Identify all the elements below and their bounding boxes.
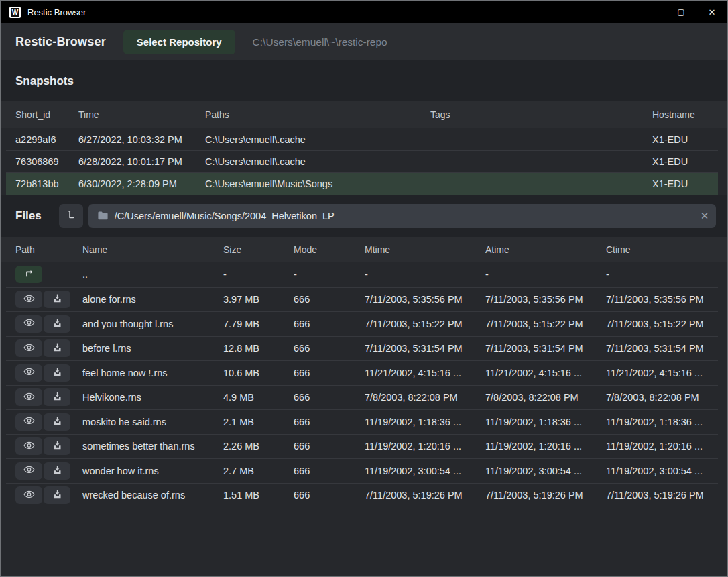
col-tags: Tags	[430, 109, 652, 120]
col-mode: Mode	[294, 244, 365, 255]
download-icon	[52, 391, 62, 403]
snapshot-time: 6/27/2022, 10:03:32 PM	[78, 134, 205, 145]
download-file-button[interactable]	[44, 437, 70, 455]
file-mtime: 11/19/2002, 3:00:54 ...	[365, 466, 485, 476]
col-name: Name	[82, 244, 223, 255]
file-atime: 7/11/2003, 5:35:56 PM	[485, 294, 606, 305]
eye-icon	[23, 367, 35, 378]
go-up-button[interactable]	[15, 266, 42, 283]
repository-path: C:\Users\emuell\~\restic-repo	[253, 36, 387, 48]
close-button[interactable]: ✕	[696, 1, 727, 23]
file-size: 2.1 MB	[223, 417, 294, 427]
eye-icon	[23, 392, 35, 403]
snapshot-time: 6/28/2022, 10:01:17 PM	[78, 156, 205, 167]
up-arrow-icon	[23, 268, 35, 280]
snapshot-row[interactable]: 72b813bb 6/30/2022, 2:28:09 PM C:\Users\…	[6, 172, 718, 195]
col-path: Path	[15, 244, 82, 255]
download-icon	[52, 342, 62, 354]
file-mtime: 11/19/2002, 1:20:16 ...	[365, 441, 485, 452]
file-row[interactable]: feel home now !.rns 10.6 MB 666 11/21/20…	[6, 360, 718, 385]
parent-dir-row[interactable]: .. - - - - -	[6, 262, 718, 287]
file-ctime: 11/19/2002, 1:18:36 ...	[606, 417, 718, 427]
file-mode: 666	[294, 490, 365, 501]
file-mtime: 7/11/2003, 5:31:54 PM	[365, 343, 485, 354]
file-ctime: 7/11/2003, 5:31:54 PM	[606, 343, 718, 354]
download-file-button[interactable]	[44, 388, 70, 406]
file-row[interactable]: moskito he said.rns 2.1 MB 666 11/19/200…	[6, 409, 718, 434]
file-row[interactable]: alone for.rns 3.97 MB 666 7/11/2003, 5:3…	[6, 287, 718, 312]
col-hostname: Hostname	[652, 109, 718, 120]
file-size: 2.26 MB	[223, 441, 294, 452]
file-mtime: 7/11/2003, 5:15:22 PM	[365, 319, 485, 329]
snapshot-short-id: 76306869	[15, 156, 78, 167]
download-file-button[interactable]	[44, 486, 70, 504]
download-icon	[52, 416, 62, 428]
file-row[interactable]: and you thought l.rns 7.79 MB 666 7/11/2…	[6, 311, 718, 336]
preview-file-button[interactable]	[15, 462, 42, 480]
file-mode: 666	[294, 392, 365, 403]
file-size: 10.6 MB	[223, 368, 294, 378]
snapshot-hostname: X1-EDU	[652, 178, 718, 189]
file-name: wrecked because of.rns	[82, 490, 223, 501]
file-mtime: -	[365, 269, 485, 280]
clear-path-button[interactable]: ✕	[693, 204, 716, 228]
col-time: Time	[78, 109, 205, 120]
eye-icon	[23, 490, 35, 501]
preview-file-button[interactable]	[15, 339, 42, 357]
preview-file-button[interactable]	[15, 413, 42, 431]
col-short-id: Short_id	[15, 109, 78, 120]
file-name: and you thought l.rns	[82, 319, 223, 329]
file-ctime: 7/11/2003, 5:15:22 PM	[606, 319, 718, 329]
select-repository-button[interactable]: Select Repository	[123, 30, 235, 54]
file-atime: 11/19/2002, 3:00:54 ...	[485, 466, 606, 476]
file-row[interactable]: wrecked because of.rns 1.51 MB 666 7/11/…	[6, 483, 718, 508]
file-mode: 666	[294, 343, 365, 354]
download-file-button[interactable]	[44, 339, 70, 357]
file-ctime: 7/11/2003, 5:19:26 PM	[606, 490, 718, 501]
download-file-button[interactable]	[44, 315, 70, 333]
col-mtime: Mtime	[365, 244, 485, 255]
snapshot-row[interactable]: a2299af6 6/27/2022, 10:03:32 PM C:\Users…	[6, 128, 718, 150]
download-file-button[interactable]	[44, 462, 70, 480]
app-title: Restic-Browser	[15, 35, 106, 49]
eye-icon	[23, 343, 35, 354]
eye-icon	[23, 441, 35, 452]
file-row[interactable]: before l.rns 12.8 MB 666 7/11/2003, 5:31…	[6, 336, 718, 361]
file-mode: 666	[294, 319, 365, 329]
download-file-button[interactable]	[44, 413, 70, 431]
file-name: sometimes better than.rns	[82, 441, 223, 452]
snapshot-short-id: a2299af6	[15, 134, 78, 145]
snapshot-hostname: X1-EDU	[652, 156, 718, 167]
file-row[interactable]: Helvikone.rns 4.9 MB 666 7/8/2003, 8:22:…	[6, 385, 718, 410]
preview-file-button[interactable]	[15, 315, 42, 333]
file-mode: -	[294, 269, 365, 280]
file-size: -	[223, 269, 294, 280]
path-input[interactable]	[115, 211, 693, 221]
file-name: alone for.rns	[82, 294, 223, 305]
download-file-button[interactable]	[44, 364, 70, 382]
preview-file-button[interactable]	[15, 486, 42, 504]
current-path-bar: ✕	[88, 204, 716, 228]
preview-file-button[interactable]	[15, 364, 42, 382]
preview-file-button[interactable]	[15, 291, 42, 308]
files-table-body: .. - - - - -	[6, 262, 718, 507]
wails-logo-icon: W	[9, 7, 21, 18]
file-name: moskito he said.rns	[82, 417, 223, 427]
file-row[interactable]: sometimes better than.rns 2.26 MB 666 11…	[6, 434, 718, 459]
header: Restic-Browser Select Repository C:\User…	[1, 23, 727, 60]
file-ctime: 11/21/2002, 4:15:16 ...	[606, 368, 718, 378]
minimize-button[interactable]: —	[635, 1, 666, 23]
file-mtime: 11/21/2002, 4:15:16 ...	[365, 368, 485, 378]
tree-view-toggle-button[interactable]	[59, 204, 83, 228]
file-row[interactable]: wonder how it.rns 2.7 MB 666 11/19/2002,…	[6, 458, 718, 483]
maximize-button[interactable]: ▢	[666, 1, 696, 23]
eye-icon	[23, 416, 35, 427]
preview-file-button[interactable]	[15, 437, 42, 455]
file-atime: 11/19/2002, 1:20:16 ...	[485, 441, 606, 452]
preview-file-button[interactable]	[15, 388, 42, 406]
file-mtime: 7/11/2003, 5:19:26 PM	[365, 490, 485, 501]
file-mode: 666	[294, 466, 365, 476]
folder-icon	[97, 211, 109, 221]
download-file-button[interactable]	[44, 291, 70, 308]
snapshot-row[interactable]: 76306869 6/28/2022, 10:01:17 PM C:\Users…	[6, 150, 718, 172]
